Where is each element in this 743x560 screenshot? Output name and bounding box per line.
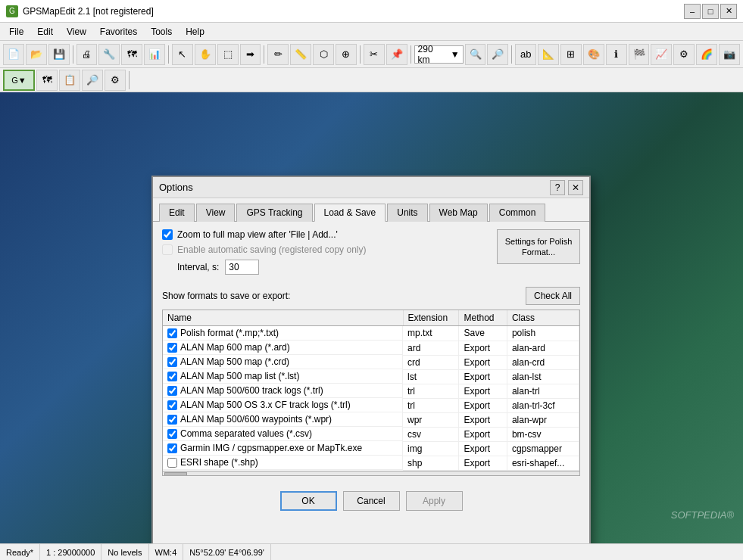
menu-tools[interactable]: Tools <box>145 25 178 39</box>
zoom-out-button[interactable]: 🔎 <box>487 44 508 65</box>
tab-units[interactable]: Units <box>387 204 427 222</box>
dialog-title-controls: ? ✕ <box>550 180 583 195</box>
formats-table-container[interactable]: Name Extension Method Class Polish forma… <box>162 310 580 476</box>
tab-web-map[interactable]: Web Map <box>429 204 488 222</box>
new-button[interactable]: 📄 <box>3 44 24 65</box>
status-wm: WM:4 <box>149 544 184 560</box>
arrow-button[interactable]: ➡ <box>240 44 261 65</box>
separator-1 <box>73 45 73 64</box>
table-row: ALAN Map 500 OS 3.x CF track logs (*.trl… <box>163 398 579 412</box>
layer-button[interactable]: 📊 <box>144 44 165 65</box>
camera-button[interactable]: 📷 <box>719 44 740 65</box>
row-name-text: ALAN Map 500/600 waypoints (*.wpr) <box>180 414 332 425</box>
toolbar-secondary: G▼ 🗺 📋 🔎 ⚙ <box>0 68 743 92</box>
flag-button[interactable]: 🏁 <box>629 44 650 65</box>
hand-button[interactable]: ✋ <box>195 44 216 65</box>
menu-view[interactable]: View <box>61 25 92 39</box>
menu-help[interactable]: Help <box>180 25 211 39</box>
menu-favorites[interactable]: Favorites <box>94 25 143 39</box>
spectrum-button[interactable]: 🌈 <box>696 44 717 65</box>
tab-gps-tracking[interactable]: GPS Tracking <box>236 204 312 222</box>
maximize-button[interactable]: □ <box>702 4 719 19</box>
table-row: Garmin IMG / cgpsmapper.exe or MapTk.exe… <box>163 441 579 456</box>
separator-6 <box>511 45 512 64</box>
tab-load-save[interactable]: Load & Save <box>314 204 386 222</box>
options-dialog: Options ? ✕ Edit View GPS Tracking Load … <box>151 176 591 543</box>
move-button[interactable]: ✂ <box>364 44 385 65</box>
ok-button[interactable]: OK <box>280 491 337 511</box>
line-button[interactable]: 📏 <box>290 44 311 65</box>
zoom-dropdown[interactable]: 290 km ▼ <box>414 45 464 64</box>
color-button[interactable]: 🎨 <box>583 44 604 65</box>
check-all-button[interactable]: Check All <box>526 287 580 305</box>
row-checkbox[interactable] <box>167 343 177 353</box>
autosave-checkbox[interactable] <box>162 244 173 255</box>
tab-edit[interactable]: Edit <box>159 204 195 222</box>
menu-file[interactable]: File <box>3 25 30 39</box>
chart-button[interactable]: 📈 <box>651 44 672 65</box>
row-name-cell: ESRI shape (*.shp) <box>163 456 403 470</box>
table-row: ALAN Map 500 map list (*.lst)lstExportal… <box>163 369 579 384</box>
row-name-text: Comma separated values (*.csv) <box>180 428 312 439</box>
grid-button[interactable]: ⊞ <box>560 44 582 65</box>
pin-button[interactable]: 📌 <box>386 44 407 65</box>
row-method-cell: Export <box>459 341 507 355</box>
text-button[interactable]: ab <box>515 44 536 65</box>
poly-button[interactable]: ⬡ <box>313 44 334 65</box>
title-bar: G GPSMapEdit 2.1 [not registered] – □ ✕ <box>0 0 743 23</box>
zoom-checkbox-row: Zoom to full map view after 'File | Add.… <box>162 229 497 240</box>
tab-common[interactable]: Common <box>489 204 546 222</box>
interval-label: Interval, s: <box>177 262 219 272</box>
point-button[interactable]: ⊕ <box>336 44 357 65</box>
status-coords: N5°52.09' E4°06.99' <box>183 544 271 560</box>
row-method-cell: Export <box>459 369 507 384</box>
row-name-cell: ALAN Map 500/600 track logs (*.trl) <box>163 384 403 398</box>
dialog-close-button[interactable]: ✕ <box>568 180 583 195</box>
close-button[interactable]: ✕ <box>720 4 737 19</box>
row-method-cell: Export <box>459 398 507 412</box>
maps-icon1[interactable]: 🗺 <box>36 70 58 91</box>
menu-edit[interactable]: Edit <box>31 25 59 39</box>
maps-icon2[interactable]: 📋 <box>59 70 80 91</box>
select-button[interactable]: ⬚ <box>217 44 239 65</box>
tab-view[interactable]: View <box>196 204 236 222</box>
row-checkbox[interactable] <box>167 443 177 453</box>
cursor-button[interactable]: ↖ <box>172 44 193 65</box>
maps-btn[interactable]: G▼ <box>3 70 35 91</box>
ruler-button[interactable]: 📐 <box>538 44 559 65</box>
maps-icon4[interactable]: ⚙ <box>105 70 126 91</box>
table-row: ALAN Map 600 map (*.ard)ardExportalan-ar… <box>163 341 579 355</box>
minimize-button[interactable]: – <box>684 4 701 19</box>
zoom-in-button[interactable]: 🔍 <box>465 44 486 65</box>
row-checkbox[interactable] <box>167 386 177 396</box>
row-ext-cell: ard <box>403 341 459 355</box>
dialog-help-button[interactable]: ? <box>550 180 565 195</box>
maps-icon3[interactable]: 🔎 <box>82 70 103 91</box>
toolbar-main: 📄 📂 💾 🖨 🔧 🗺 📊 ↖ ✋ ⬚ ➡ ✏ 📏 ⬡ ⊕ ✂ 📌 290 km… <box>0 41 743 68</box>
horizontal-scrollbar[interactable] <box>163 471 579 477</box>
row-checkbox[interactable] <box>167 400 177 410</box>
settings-button[interactable]: ⚙ <box>673 44 695 65</box>
row-name-text: Garmin IMG / cgpsmapper.exe or MapTk.exe <box>180 443 362 453</box>
table-row: ALAN Map 500/600 track logs (*.trl)trlEx… <box>163 384 579 398</box>
row-checkbox[interactable] <box>167 415 177 425</box>
row-checkbox[interactable] <box>167 429 177 439</box>
open-button[interactable]: 📂 <box>26 44 47 65</box>
print-button[interactable]: 🖨 <box>76 44 98 65</box>
properties-button[interactable]: 🔧 <box>98 44 120 65</box>
zoom-checkbox[interactable] <box>162 229 173 240</box>
row-checkbox[interactable] <box>167 372 177 381</box>
info-button[interactable]: ℹ <box>606 44 627 65</box>
interval-input[interactable] <box>225 260 259 275</box>
row-checkbox[interactable] <box>167 458 177 468</box>
row-class-cell: polish <box>507 326 579 341</box>
map-button[interactable]: 🗺 <box>121 44 142 65</box>
row-checkbox[interactable] <box>167 357 177 367</box>
row-name-cell: ALAN Map 600 map (*.ard) <box>163 341 403 355</box>
polish-format-button[interactable]: Settings for Polish Format... <box>497 229 580 264</box>
row-checkbox[interactable] <box>167 328 177 338</box>
cancel-button[interactable]: Cancel <box>343 491 400 511</box>
row-class-cell: alan-trl-3cf <box>507 398 579 412</box>
save-button[interactable]: 💾 <box>48 44 70 65</box>
draw-button[interactable]: ✏ <box>267 44 289 65</box>
